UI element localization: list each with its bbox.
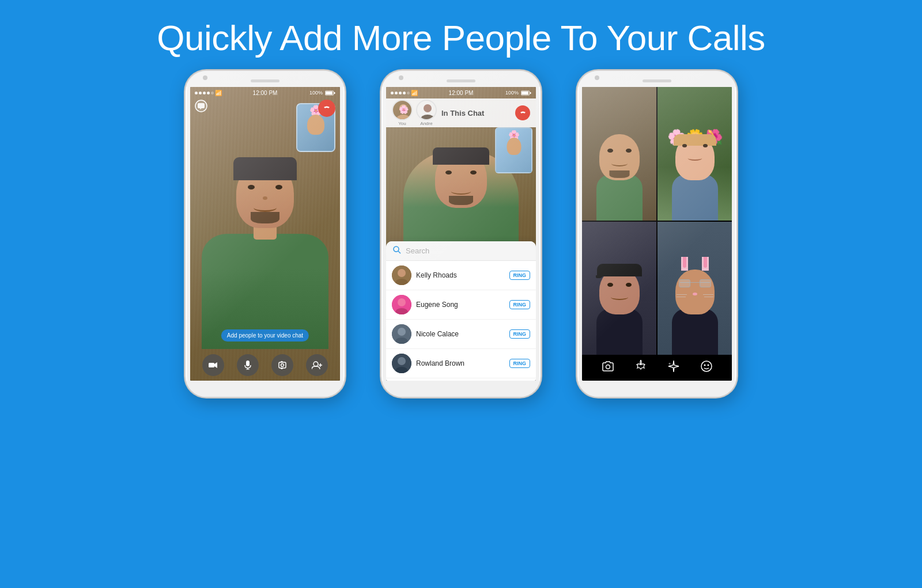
eye-right-2 <box>470 170 477 174</box>
smile-2 <box>451 188 471 195</box>
woman-container-2 <box>663 257 727 355</box>
dot3-2 <box>399 92 402 94</box>
mouth-q3 <box>611 294 628 300</box>
volume-down-btn <box>184 151 186 166</box>
video-btn-1[interactable] <box>202 354 224 376</box>
avatar-rowland <box>392 354 411 373</box>
smile-q1 <box>611 161 628 166</box>
eye-left-2 <box>445 170 452 174</box>
front-camera-2 <box>399 75 403 80</box>
search-bar[interactable]: Search <box>386 241 536 261</box>
svg-point-24 <box>398 269 406 277</box>
eye-left-1 <box>248 185 255 189</box>
smile-1 <box>254 203 277 212</box>
svg-rect-14 <box>522 92 528 94</box>
dot4-2 <box>403 92 406 94</box>
contact-name-eugene: Eugene Song <box>416 301 505 309</box>
volume-up-btn <box>184 128 186 143</box>
svg-point-43 <box>704 365 706 366</box>
svg-point-41 <box>606 365 610 369</box>
nose-1 <box>263 196 267 200</box>
phone-1: 📶 12:00 PM 100% <box>184 70 346 398</box>
power-btn-2 <box>541 140 542 163</box>
whisker-3 <box>703 294 713 295</box>
svg-point-20 <box>421 115 434 120</box>
phone-3-top <box>577 71 736 87</box>
svg-point-33 <box>398 357 406 365</box>
body-q1 <box>596 174 643 221</box>
you-avatar-circle: 🌸 <box>392 100 413 120</box>
svg-point-30 <box>398 328 406 336</box>
battery-1: 100% <box>309 90 323 96</box>
search-icon <box>393 246 401 256</box>
mic-btn-1[interactable] <box>237 354 259 376</box>
end-call-btn-1[interactable] <box>318 100 335 117</box>
ring-btn-kelly[interactable]: RING <box>509 271 531 280</box>
ring-btn-nicole[interactable]: RING <box>509 329 531 339</box>
svg-point-27 <box>398 298 406 306</box>
bunny-ear-left <box>681 257 688 271</box>
andre-label: Andre <box>420 121 432 126</box>
camera-btn-3[interactable] <box>602 361 614 374</box>
sparkle-btn-3[interactable] <box>668 361 679 375</box>
eye-right-1 <box>275 185 282 189</box>
status-right-1: 100% <box>309 90 335 96</box>
chat-avatars: 🌸 You Andre <box>392 100 437 126</box>
front-camera-3 <box>595 75 599 80</box>
small-face-2 <box>507 138 521 155</box>
dot5-2 <box>407 92 410 94</box>
power-btn <box>345 140 346 163</box>
emoji-btn-3[interactable] <box>701 361 712 375</box>
beard-1 <box>251 212 279 223</box>
battery-icon-1 <box>325 90 335 96</box>
svg-point-9 <box>281 364 284 367</box>
svg-line-22 <box>398 251 400 253</box>
bunny-nose <box>693 293 697 295</box>
svg-point-19 <box>424 104 432 112</box>
avatar-andre: Andre <box>416 100 437 126</box>
body-q2 <box>672 174 718 221</box>
contact-eugene: Eugene Song RING <box>386 290 536 320</box>
eye-r-q1 <box>626 149 632 153</box>
time-1: 12:00 PM <box>253 90 278 96</box>
dot3 <box>203 92 206 94</box>
add-people-tooltip: Add people to your video chat <box>221 329 309 342</box>
man-container-2 <box>588 257 651 355</box>
svg-text:🌸: 🌸 <box>399 105 409 115</box>
volume-up-btn-3 <box>576 128 577 143</box>
phone-3-screen: 🌸🌼🌺 <box>582 87 732 381</box>
body-q3 <box>596 309 643 355</box>
speaker-3 <box>643 79 671 82</box>
eye-l-q2 <box>682 144 687 147</box>
ring-btn-rowland[interactable]: RING <box>509 359 531 368</box>
phone-2: 📶 12:00 PM 100% <box>380 70 542 398</box>
contact-name-kelly: Kelly Rhoads <box>416 271 505 279</box>
add-person-btn-1[interactable] <box>306 354 328 376</box>
contact-kelly: Kelly Rhoads RING <box>386 261 536 290</box>
small-video-2: 🌸 <box>495 127 532 173</box>
chat-icon-1[interactable] <box>195 100 209 113</box>
phones-container: 📶 12:00 PM 100% <box>0 64 922 398</box>
end-call-btn-2[interactable] <box>515 105 530 120</box>
phone-2-top <box>381 71 541 87</box>
wifi-icon-1: 📶 <box>215 90 222 96</box>
glasses-left <box>679 279 690 287</box>
call-controls-1 <box>190 354 340 376</box>
head-q4 <box>675 270 715 314</box>
svg-rect-5 <box>209 363 214 367</box>
head-q2: 🌸🌼🌺 <box>675 135 715 180</box>
quad-cell-man-1 <box>582 87 656 221</box>
beard-q1 <box>609 170 629 178</box>
phone-3-bottom <box>577 381 736 397</box>
person-head-2 <box>435 150 487 208</box>
svg-point-17 <box>396 115 410 120</box>
ring-btn-eugene[interactable]: RING <box>509 300 531 309</box>
time-2: 12:00 PM <box>449 90 474 96</box>
status-bar-1: 📶 12:00 PM 100% <box>190 87 340 98</box>
effects-btn-3[interactable] <box>636 360 646 375</box>
flip-camera-btn-1[interactable] <box>271 354 293 376</box>
andre-avatar-circle <box>416 100 437 120</box>
dot1-2 <box>391 92 394 94</box>
in-this-chat-header: 🌸 You Andre <box>386 98 536 127</box>
cap-q3 <box>597 264 642 276</box>
